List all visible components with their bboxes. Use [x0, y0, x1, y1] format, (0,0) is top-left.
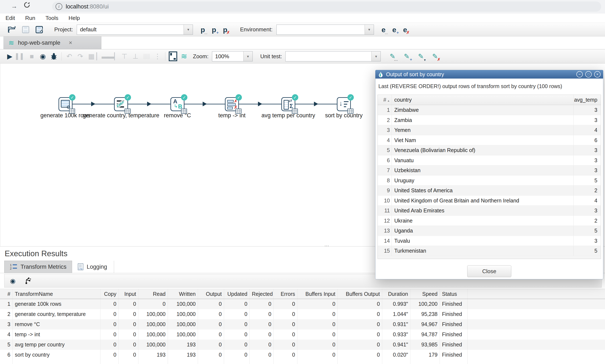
- transform-generate-country-temperature[interactable]: Fake ✓: [114, 97, 128, 111]
- zoom-combo[interactable]: 100% ▼: [212, 51, 253, 61]
- menu-edit[interactable]: Edit: [5, 15, 15, 21]
- chevron-down-icon[interactable]: ▼: [243, 52, 252, 61]
- preview-table-row[interactable]: 6 Vanuatu 3: [378, 156, 601, 166]
- close-button[interactable]: Close: [467, 265, 511, 277]
- pause-icon[interactable]: ▌▌: [15, 51, 26, 62]
- distribute-horizontal-icon[interactable]: ░░: [141, 51, 152, 62]
- redo-icon[interactable]: ↷: [75, 51, 86, 62]
- align-left-icon[interactable]: ▏▬: [97, 51, 108, 62]
- metrics-row[interactable]: 3remove °C00100,000100,0000000000.931"94…: [0, 319, 605, 329]
- preview-table-row[interactable]: 7 Uzbekistan 3: [378, 165, 601, 176]
- close-tab-icon[interactable]: ×: [69, 39, 72, 46]
- align-top-icon[interactable]: ⊤: [119, 51, 130, 62]
- metrics-cell: 0: [250, 340, 274, 350]
- lineage-icon[interactable]: [25, 277, 32, 284]
- edit-project-button[interactable]: p...: [201, 26, 205, 33]
- forward-icon[interactable]: →: [11, 2, 17, 10]
- metrics-cell: 193: [168, 340, 198, 350]
- undo-icon[interactable]: ↶: [64, 51, 75, 62]
- data-preview-grid-icon[interactable]: [347, 109, 353, 114]
- save-icon[interactable]: [21, 25, 30, 35]
- preview-table-row[interactable]: 12 Ukraine 2: [378, 216, 601, 226]
- chevron-down-icon[interactable]: ▼: [184, 25, 193, 35]
- preview-table-row[interactable]: 8 Uruguay 5: [378, 176, 601, 186]
- align-bottom-icon[interactable]: ⊥: [130, 51, 141, 62]
- metrics-row[interactable]: 2generate country, temperature00100,0001…: [0, 309, 605, 319]
- preview-table-row[interactable]: 15 Turkmenistan 5: [378, 246, 601, 256]
- preview-table-header[interactable]: #▲ country avg_temp: [378, 95, 601, 105]
- close-icon[interactable]: ×: [594, 71, 601, 78]
- reload-icon[interactable]: [23, 1, 30, 10]
- transform-temp-int[interactable]: ✗ ✗ ✓: [225, 97, 239, 111]
- transform-metrics-table: #TransformNameCopyInputReadWrittenOutput…: [0, 289, 605, 364]
- project-combo[interactable]: default ▼: [77, 25, 193, 35]
- preview-table-row[interactable]: 3 Yemen 4: [378, 125, 601, 135]
- chevron-down-icon[interactable]: ▼: [365, 25, 374, 35]
- show-execution-results-icon[interactable]: [167, 51, 179, 62]
- detach-unit-test-icon[interactable]: ✎▼: [418, 53, 424, 60]
- preview-icon[interactable]: ◉: [37, 51, 48, 62]
- stop-icon[interactable]: ■: [26, 51, 37, 62]
- preview-table-row[interactable]: 1 Zimbabwe 3: [378, 105, 601, 115]
- edit-environment-button[interactable]: e...: [382, 26, 385, 33]
- preview-table-row[interactable]: 5 Venezuela (Bolivarian Republic of) 3: [378, 145, 601, 156]
- tab-hop-web-sample[interactable]: ≋ hop-web-sample ×: [3, 36, 101, 49]
- delete-project-button[interactable]: p✗: [223, 26, 227, 33]
- url-bar[interactable]: i localhost:8080/ui: [52, 1, 601, 12]
- open-file-icon[interactable]: [7, 25, 17, 35]
- metrics-column-header: Status: [440, 289, 468, 299]
- preview-table-row[interactable]: 2 Zambia 3: [378, 115, 601, 125]
- inspect-data-icon[interactable]: ◉: [10, 277, 15, 285]
- preview-table-row[interactable]: 13 Uganda 5: [378, 226, 601, 236]
- minimize-icon[interactable]: −: [576, 71, 583, 78]
- maximize-icon[interactable]: □: [585, 71, 592, 78]
- debug-icon[interactable]: [48, 51, 59, 62]
- run-icon[interactable]: ▶: [4, 51, 15, 62]
- preview-table-row[interactable]: 9 United States of America 2: [378, 185, 601, 196]
- pipeline-waves-icon[interactable]: ≋: [179, 51, 190, 62]
- edit-unit-test-icon[interactable]: ✎...: [390, 53, 395, 60]
- data-preview-grid-icon[interactable]: [292, 109, 298, 114]
- metrics-column-header: Copy: [100, 289, 119, 299]
- metrics-header-row[interactable]: #TransformNameCopyInputReadWrittenOutput…: [0, 289, 605, 299]
- metrics-cell: 95,238: [410, 309, 440, 319]
- menu-tools[interactable]: Tools: [46, 15, 58, 21]
- add-environment-button[interactable]: e+: [392, 26, 396, 33]
- site-info-icon[interactable]: i: [55, 3, 62, 10]
- row-number: 8: [378, 176, 392, 185]
- data-preview-grid-icon[interactable]: [235, 109, 241, 114]
- distribute-vertical-icon[interactable]: ⋮: [152, 51, 163, 62]
- environment-combo[interactable]: ▼: [276, 25, 374, 35]
- add-unit-test-icon[interactable]: ✎+: [404, 53, 410, 60]
- transform-avg-temp-per-country[interactable]: ⇄ Σ ✓: [281, 97, 295, 111]
- transform-generate-100k-rows[interactable]: ⚙ ✓: [58, 97, 72, 111]
- tab-transform-metrics[interactable]: 12 Transform Metrics: [4, 261, 72, 273]
- unit-test-combo[interactable]: ▼: [285, 51, 381, 61]
- preview-table-row[interactable]: 4 Viet Nam 6: [378, 135, 601, 145]
- data-preview-grid-icon[interactable]: [181, 109, 187, 114]
- save-as-icon[interactable]: [34, 25, 44, 35]
- preview-table-row[interactable]: 14 Tuvalu 3: [378, 236, 601, 246]
- menu-help[interactable]: Help: [69, 15, 80, 21]
- metrics-row[interactable]: 4temp -> int00100,000100,0000000000.933"…: [0, 329, 605, 340]
- snap-grid-icon[interactable]: ▦: [86, 51, 97, 62]
- delete-unit-test-icon[interactable]: ✎✗: [432, 53, 438, 60]
- metrics-row[interactable]: 1generate 100k rows000100,0000000000.993…: [0, 299, 605, 309]
- metrics-column-header: Updated: [224, 289, 250, 299]
- transform-remove-c[interactable]: A ↳ B ✓: [170, 97, 184, 111]
- preview-table-row[interactable]: 11 United Arab Emirates 3: [378, 206, 601, 216]
- data-preview-grid-icon[interactable]: [69, 109, 75, 114]
- menu-run[interactable]: Run: [25, 15, 35, 21]
- delete-environment-button[interactable]: e✗: [403, 26, 407, 33]
- metrics-row[interactable]: 6sort by country001931930000000.020"179F…: [0, 350, 605, 360]
- dialog-titlebar[interactable]: Output of sort by country − □ ×: [375, 70, 603, 78]
- preview-table-row[interactable]: 10 United Kingdom of Great Britain and N…: [378, 196, 601, 206]
- data-preview-grid-icon[interactable]: [125, 109, 131, 114]
- metrics-cell: Finished: [440, 299, 468, 309]
- align-right-icon[interactable]: ▬▏: [108, 51, 119, 62]
- tab-logging[interactable]: Log Logging: [72, 261, 114, 273]
- transform-sort-by-country[interactable]: ↓ ✓: [337, 97, 351, 111]
- metrics-row[interactable]: 5avg temp per country00100,0001930000000…: [0, 340, 605, 350]
- chevron-down-icon[interactable]: ▼: [371, 52, 381, 61]
- add-project-button[interactable]: p+: [212, 26, 216, 33]
